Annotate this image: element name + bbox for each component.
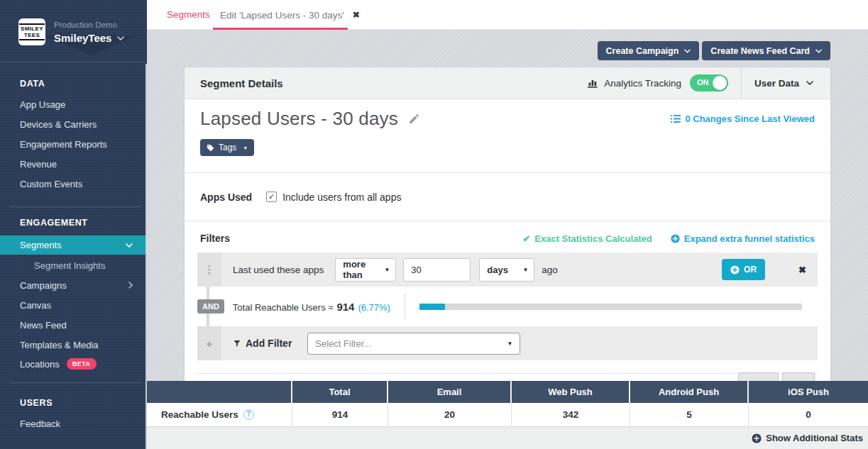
top-actions: Create Campaign Create News Feed Card	[598, 41, 830, 60]
edit-pencil-icon[interactable]	[408, 113, 420, 125]
column-header-web-push: Web Push	[512, 381, 630, 403]
cell-ios-push: 0	[749, 403, 868, 426]
sidebar-item-locations[interactable]: Locations BETA	[0, 354, 147, 374]
remove-filter-icon[interactable]: ✖	[798, 265, 806, 275]
sidebar-section-data: DATA	[0, 74, 147, 94]
workspace-logo[interactable]: SMILEY TEES	[18, 18, 45, 45]
funnel-icon	[233, 339, 241, 348]
sidebar-item-app-usage[interactable]: App Usage	[0, 94, 147, 114]
analytics-tracking-label: Analytics Tracking	[604, 78, 681, 89]
filters-section: Filters ✔ Exact Statistics Calculated Ex…	[185, 221, 830, 374]
row-label: Reachable Users	[161, 409, 238, 420]
hidden-button-partial[interactable]	[738, 372, 779, 381]
check-icon: ✔	[522, 233, 530, 244]
filter-row-last-used: ⋮ Last used these apps more than ▼ days …	[197, 253, 818, 287]
include-all-apps-label: Include users from all apps	[282, 192, 401, 203]
sidebar-item-canvas[interactable]: Canvas	[0, 295, 147, 315]
tab-segments[interactable]: Segments	[167, 0, 210, 30]
apps-used-label: Apps Used	[200, 192, 252, 203]
section-divider	[197, 373, 818, 374]
workspace-name: SmileyTees	[54, 32, 111, 44]
app-root: SMILEY TEES Production Demo SmileyTees D…	[0, 0, 868, 449]
sidebar-divider	[10, 382, 141, 383]
plus-circle-icon	[752, 433, 762, 443]
stats-table-header: Total Email Web Push Android Push iOS Pu…	[147, 381, 868, 403]
unit-select[interactable]: days ▼	[479, 258, 534, 282]
sidebar-item-label: Campaigns	[20, 280, 67, 291]
add-filter-row: + Add Filter Select Filter... ▼	[197, 326, 818, 360]
toggle-state-label: ON	[697, 78, 709, 87]
select-filter-dropdown[interactable]: Select Filter... ▼	[307, 333, 520, 355]
filter-value-input[interactable]	[403, 258, 471, 282]
sidebar-item-segments[interactable]: Segments	[0, 235, 147, 255]
filter-suffix: ago	[542, 265, 558, 275]
add-or-condition-button[interactable]: OR	[722, 259, 765, 280]
help-icon[interactable]: ?	[243, 409, 254, 420]
reachable-value: 914	[336, 301, 354, 313]
table-footer-strip: Show Additional Stats	[147, 427, 868, 449]
caret-down-icon: ▼	[507, 340, 512, 347]
column-header-email: Email	[388, 381, 512, 403]
add-filter-plus[interactable]: +	[197, 326, 221, 360]
or-button-label: OR	[744, 265, 757, 275]
sidebar-item-campaigns[interactable]: Campaigns	[0, 275, 147, 295]
sidebar-divider	[10, 206, 141, 207]
column-header-android-push: Android Push	[630, 381, 749, 403]
filter-label: Last used these apps	[233, 265, 324, 275]
table-row: Reachable Users ? 914 20 342 5 0	[147, 403, 868, 427]
comparator-value: more than	[343, 259, 378, 280]
tab-edit-segment[interactable]: Edit 'Lapsed Users - 30 days' ✖	[220, 0, 360, 30]
sidebar-item-custom-events[interactable]: Custom Events	[0, 174, 147, 194]
exact-statistics-status: ✔ Exact Statistics Calculated	[522, 233, 652, 244]
expand-funnel-statistics-link[interactable]: Expand extra funnel statistics	[671, 233, 815, 244]
sidebar-header: SMILEY TEES Production Demo SmileyTees	[0, 0, 147, 62]
changes-since-last-viewed-link[interactable]: 0 Changes Since Last Viewed	[671, 113, 815, 124]
user-data-dropdown[interactable]: User Data	[754, 78, 830, 89]
chevron-down-icon	[126, 243, 133, 248]
drag-handle[interactable]: ⋮	[197, 253, 221, 287]
reachable-percent: (6.77%)	[358, 302, 390, 313]
beta-badge: BETA	[67, 358, 97, 370]
chevron-down-icon	[117, 36, 124, 40]
reachable-progress-bar	[419, 304, 802, 310]
sidebar-item-templates-media[interactable]: Templates & Media	[0, 335, 147, 355]
caret-down-icon: ▼	[243, 145, 248, 150]
sidebar-item-feedback[interactable]: Feedback	[0, 414, 147, 433]
close-icon[interactable]: ✖	[353, 10, 360, 20]
user-data-label: User Data	[754, 78, 799, 89]
segment-name: Lapsed Users - 30 days	[200, 108, 398, 130]
bar-chart-icon	[588, 79, 598, 88]
sidebar-item-engagement-reports[interactable]: Engagement Reports	[0, 134, 147, 154]
toggle-knob	[713, 76, 727, 90]
sidebar-item-label: Locations	[20, 359, 60, 370]
sidebar-item-revenue[interactable]: Revenue	[0, 154, 147, 174]
workspace-switcher[interactable]: SmileyTees	[54, 32, 124, 44]
segment-details-panel: Segment Details Analytics Tracking ON	[185, 67, 830, 381]
tag-icon	[207, 144, 214, 152]
sidebar-section-engagement: ENGAGEMENT	[0, 213, 147, 233]
checkbox-checked[interactable]: ✓	[266, 192, 277, 202]
caret-down-icon: ▼	[522, 267, 528, 273]
create-campaign-button[interactable]: Create Campaign	[598, 41, 700, 60]
create-news-feed-card-button[interactable]: Create News Feed Card	[702, 41, 830, 60]
sidebar-item-segment-insights[interactable]: Segment Insights	[0, 255, 147, 275]
sidebar-section-users: USERS	[0, 393, 147, 413]
summary-divider	[405, 294, 405, 319]
include-all-apps-option[interactable]: ✓ Include users from all apps	[266, 192, 401, 203]
caret-down-icon: ▼	[384, 267, 390, 273]
select-filter-placeholder: Select Filter...	[315, 338, 371, 349]
list-icon	[671, 115, 681, 123]
sidebar-item-devices-carriers[interactable]: Devices & Carriers	[0, 114, 147, 134]
chevron-right-icon	[128, 282, 133, 289]
analytics-tracking-toggle[interactable]: ON	[690, 74, 728, 92]
panel-header: Segment Details Analytics Tracking ON	[185, 67, 830, 99]
column-header-blank	[147, 381, 292, 403]
hidden-button-partial[interactable]	[782, 372, 815, 381]
sidebar-item-news-feed[interactable]: News Feed	[0, 315, 147, 335]
segment-title-block: Lapsed Users - 30 days 0 Changes Si	[185, 108, 830, 173]
show-additional-stats-link[interactable]: Show Additional Stats	[752, 433, 863, 443]
comparator-select[interactable]: more than ▼	[335, 258, 396, 282]
tags-dropdown-button[interactable]: Tags ▼	[200, 139, 254, 156]
and-badge: AND	[197, 299, 224, 314]
tab-bar: Segments Edit 'Lapsed Users - 30 days' ✖	[147, 0, 868, 30]
